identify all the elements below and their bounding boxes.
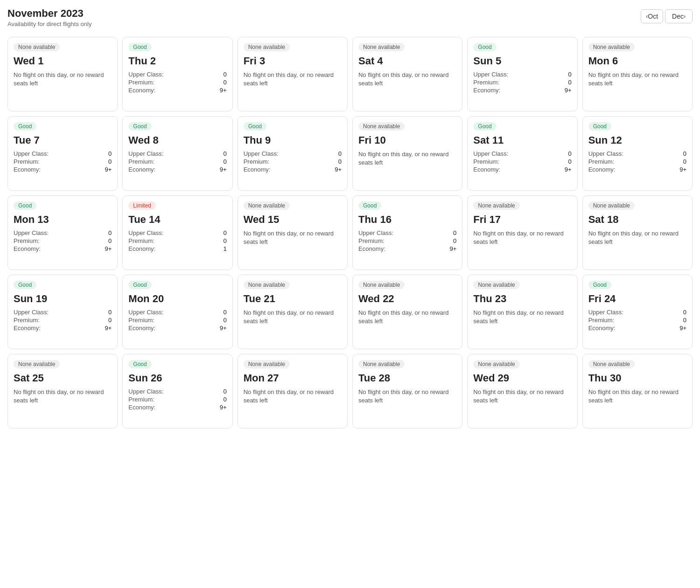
upper-class-count: 0 <box>223 229 226 236</box>
availability-badge: None available <box>473 201 519 210</box>
availability-badge: Good <box>588 281 611 289</box>
economy-label: Economy: <box>128 87 155 94</box>
day-card[interactable]: None available Sat 18 No flight on this … <box>582 195 693 270</box>
day-card[interactable]: Limited Tue 14 Upper Class: 0 Premium: 0… <box>122 195 232 270</box>
economy-count: 9+ <box>679 325 686 332</box>
day-card[interactable]: None available Wed 15 No flight on this … <box>238 195 348 270</box>
day-card[interactable]: None available Mon 27 No flight on this … <box>238 354 348 429</box>
next-month-label: Dec <box>672 13 684 20</box>
header-left: November 2023 Availability for direct fl… <box>7 7 91 28</box>
economy-row: Economy: 9+ <box>128 325 226 332</box>
day-card[interactable]: None available Wed 22 No flight on this … <box>352 275 462 349</box>
availability-badge: Good <box>473 43 496 51</box>
upper-class-row: Upper Class: 0 <box>14 150 112 157</box>
upper-class-row: Upper Class: 0 <box>128 388 226 395</box>
economy-row: Economy: 9+ <box>358 245 456 252</box>
day-card[interactable]: Good Mon 13 Upper Class: 0 Premium: 0 Ec… <box>7 195 118 270</box>
upper-class-row: Upper Class: 0 <box>128 309 226 316</box>
day-card[interactable]: Good Thu 9 Upper Class: 0 Premium: 0 Eco… <box>238 116 348 191</box>
economy-row: Economy: 9+ <box>588 166 686 173</box>
economy-label: Economy: <box>14 325 41 332</box>
day-label: Sat 18 <box>588 214 686 226</box>
day-card[interactable]: Good Tue 7 Upper Class: 0 Premium: 0 Eco… <box>7 116 118 191</box>
day-label: Thu 30 <box>588 372 686 384</box>
day-card[interactable]: None available Tue 28 No flight on this … <box>352 354 462 429</box>
no-flight-text: No flight on this day, or no reward seat… <box>244 388 342 405</box>
day-label: Sun 26 <box>128 372 226 384</box>
premium-count: 0 <box>223 396 226 403</box>
day-card[interactable]: None available Wed 29 No flight on this … <box>467 354 577 429</box>
upper-class-count: 0 <box>108 309 112 316</box>
day-card[interactable]: Good Wed 8 Upper Class: 0 Premium: 0 Eco… <box>122 116 232 191</box>
economy-count: 9+ <box>220 166 227 173</box>
upper-class-count: 0 <box>568 71 571 78</box>
availability-badge: None available <box>588 201 635 210</box>
premium-label: Premium: <box>14 317 40 324</box>
upper-class-row: Upper Class: 0 <box>244 150 342 157</box>
availability-badge: None available <box>244 281 290 289</box>
economy-label: Economy: <box>14 166 41 173</box>
day-card[interactable]: None available Fri 3 No flight on this d… <box>238 37 348 111</box>
next-month-button[interactable]: Dec › <box>665 9 693 23</box>
day-label: Wed 29 <box>473 372 571 384</box>
day-label: Sun 12 <box>588 134 686 146</box>
day-card[interactable]: Good Sun 26 Upper Class: 0 Premium: 0 Ec… <box>122 354 232 429</box>
premium-label: Premium: <box>128 237 154 244</box>
day-card[interactable]: Good Sat 11 Upper Class: 0 Premium: 0 Ec… <box>467 116 577 191</box>
premium-label: Premium: <box>128 317 154 324</box>
economy-label: Economy: <box>588 325 616 332</box>
day-card[interactable]: None available Wed 1 No flight on this d… <box>7 37 118 111</box>
day-label: Sat 4 <box>358 55 456 67</box>
economy-row: Economy: 9+ <box>14 166 112 173</box>
day-card[interactable]: Good Sun 12 Upper Class: 0 Premium: 0 Ec… <box>582 116 693 191</box>
economy-row: Economy: 1 <box>128 245 226 252</box>
availability-badge: Good <box>14 281 36 289</box>
day-card[interactable]: None available Sat 4 No flight on this d… <box>352 37 462 111</box>
day-card[interactable]: None available Fri 17 No flight on this … <box>467 195 577 270</box>
day-card[interactable]: Good Sun 19 Upper Class: 0 Premium: 0 Ec… <box>7 275 118 349</box>
premium-row: Premium: 0 <box>473 158 571 165</box>
day-card[interactable]: None available Thu 30 No flight on this … <box>582 354 693 429</box>
day-card[interactable]: Good Thu 16 Upper Class: 0 Premium: 0 Ec… <box>352 195 462 270</box>
upper-class-row: Upper Class: 0 <box>14 229 112 236</box>
day-card[interactable]: None available Fri 10 No flight on this … <box>352 116 462 191</box>
economy-label: Economy: <box>128 325 155 332</box>
premium-row: Premium: 0 <box>588 317 686 324</box>
no-flight-text: No flight on this day, or no reward seat… <box>588 71 686 88</box>
no-flight-text: No flight on this day, or no reward seat… <box>588 229 686 246</box>
premium-count: 0 <box>223 79 226 86</box>
upper-class-count: 0 <box>223 71 226 78</box>
day-label: Wed 8 <box>128 134 226 146</box>
availability-badge: None available <box>358 360 405 368</box>
economy-count: 9+ <box>220 404 227 411</box>
day-card[interactable]: Good Thu 2 Upper Class: 0 Premium: 0 Eco… <box>122 37 232 111</box>
premium-label: Premium: <box>473 158 499 165</box>
economy-count: 9+ <box>565 87 572 94</box>
no-flight-text: No flight on this day, or no reward seat… <box>244 229 342 246</box>
availability-badge: None available <box>244 43 290 51</box>
economy-count: 9+ <box>679 166 686 173</box>
day-card[interactable]: Good Sun 5 Upper Class: 0 Premium: 0 Eco… <box>467 37 577 111</box>
day-label: Tue 14 <box>128 214 226 226</box>
premium-row: Premium: 0 <box>588 158 686 165</box>
premium-count: 0 <box>108 158 112 165</box>
day-card[interactable]: None available Thu 23 No flight on this … <box>467 275 577 349</box>
day-card[interactable]: None available Tue 21 No flight on this … <box>238 275 348 349</box>
premium-label: Premium: <box>588 158 615 165</box>
day-label: Mon 27 <box>244 372 342 384</box>
availability-badge: None available <box>358 122 405 131</box>
availability-badge: None available <box>244 201 290 210</box>
prev-month-button[interactable]: ‹ Oct <box>641 9 663 23</box>
upper-class-row: Upper Class: 0 <box>128 71 226 78</box>
day-label: Thu 23 <box>473 293 571 305</box>
day-card[interactable]: None available Sat 25 No flight on this … <box>7 354 118 429</box>
premium-count: 0 <box>338 158 342 165</box>
day-card[interactable]: Good Fri 24 Upper Class: 0 Premium: 0 Ec… <box>582 275 693 349</box>
no-flight-text: No flight on this day, or no reward seat… <box>358 388 456 405</box>
day-label: Wed 15 <box>244 214 342 226</box>
day-card[interactable]: Good Mon 20 Upper Class: 0 Premium: 0 Ec… <box>122 275 232 349</box>
upper-class-label: Upper Class: <box>128 71 163 78</box>
premium-row: Premium: 0 <box>128 317 226 324</box>
day-card[interactable]: None available Mon 6 No flight on this d… <box>582 37 693 111</box>
availability-badge: Limited <box>128 201 156 210</box>
